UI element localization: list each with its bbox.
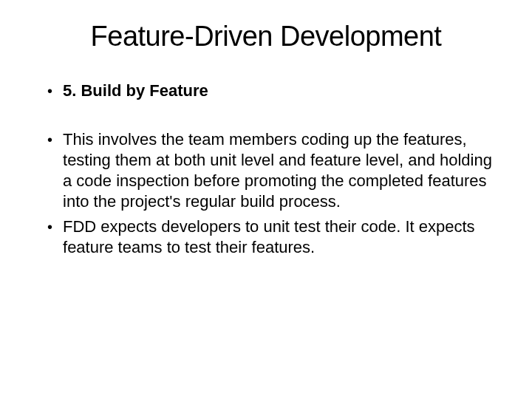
- spacer: [47, 106, 495, 129]
- bullet-icon: •: [47, 216, 52, 237]
- bullet-icon: •: [47, 81, 52, 101]
- bullet-icon: •: [47, 129, 52, 150]
- slide-content: • 5. Build by Feature • This involves th…: [37, 81, 495, 258]
- bullet-text: FDD expects developers to unit test thei…: [63, 216, 495, 258]
- bullet-text: 5. Build by Feature: [63, 81, 208, 101]
- slide-title: Feature-Driven Development: [37, 21, 495, 52]
- slide-container: Feature-Driven Development • 5. Build by…: [0, 0, 532, 399]
- list-item: • FDD expects developers to unit test th…: [47, 216, 495, 258]
- list-item: • 5. Build by Feature: [47, 81, 495, 101]
- list-item: • This involves the team members coding …: [47, 129, 495, 212]
- bullet-text: This involves the team members coding up…: [63, 129, 495, 212]
